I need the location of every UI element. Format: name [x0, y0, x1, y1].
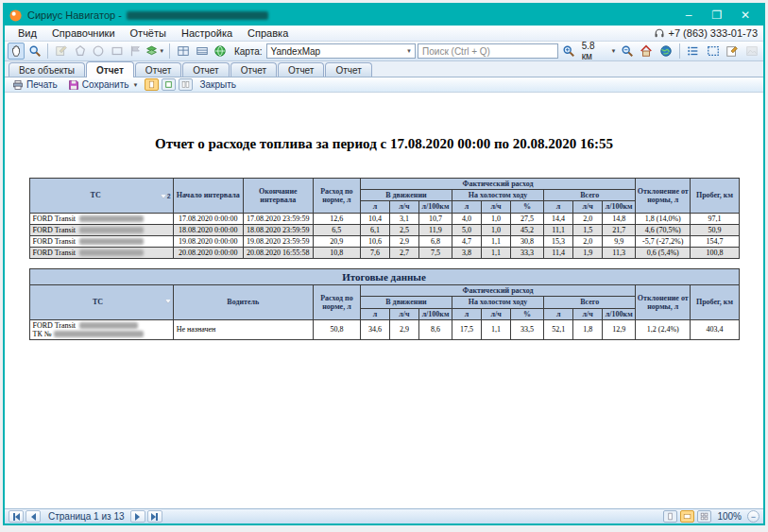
rectangle-tool-button[interactable]	[109, 43, 126, 60]
menu-nastroyka[interactable]: Настройка	[174, 26, 240, 40]
col-norm[interactable]: Расход по норме, л	[313, 285, 360, 320]
polygon-tool-button[interactable]	[72, 43, 89, 60]
col-vehicle[interactable]: ТС	[29, 285, 173, 320]
col-vehicle-label: ТС	[93, 298, 103, 306]
scale-value[interactable]: 5.8 км	[582, 41, 606, 61]
zoom-tool-button[interactable]	[26, 43, 43, 60]
redacted-plate	[79, 249, 144, 256]
grid-view-button[interactable]	[175, 43, 192, 60]
view-single-page-button[interactable]	[663, 510, 677, 523]
web-button[interactable]	[212, 43, 229, 60]
app-window: Сириус Навигатор - – ❐ ✕ Вид Справочники…	[3, 3, 765, 525]
title-bar: Сириус Навигатор - – ❐ ✕	[5, 5, 763, 26]
note-edit-icon	[725, 44, 739, 58]
col-deviation[interactable]: Отклонение от нормы, л	[636, 179, 691, 214]
support-phone-number: +7 (863) 333-01-73	[669, 27, 758, 39]
hand-icon	[9, 44, 23, 58]
chevron-down-icon: ▼	[132, 82, 138, 88]
map-select[interactable]: YandexMap ▼	[266, 43, 416, 59]
support-phone: +7 (863) 333-01-73	[654, 27, 758, 39]
cell: 50,8	[313, 319, 360, 339]
tab-report-1[interactable]: Отчет	[86, 61, 134, 77]
table-view-button[interactable]	[194, 43, 211, 60]
screenshot-button[interactable]	[742, 43, 760, 60]
menu-vid[interactable]: Вид	[10, 26, 44, 40]
window-title-text: Сириус Навигатор -	[27, 9, 122, 21]
col-interval-start[interactable]: Начало интервала	[173, 179, 243, 214]
tab-all-objects[interactable]: Все объекты	[9, 62, 85, 77]
layers-icon	[145, 44, 158, 58]
circle-tool-button[interactable]	[91, 43, 108, 60]
app-logo-icon	[9, 9, 23, 23]
toolbar-separator	[679, 43, 680, 59]
zoom-out-button[interactable]: −	[747, 510, 759, 523]
print-label: Печать	[26, 79, 58, 90]
zoom-scale-button[interactable]	[560, 43, 578, 60]
col-mileage[interactable]: Пробег, км	[691, 179, 739, 214]
unit-header: л/ч	[482, 308, 511, 319]
pan-tool-button[interactable]	[8, 43, 25, 60]
cell: 1,1	[482, 319, 511, 339]
col-interval-end[interactable]: Окончание интервала	[243, 179, 313, 214]
close-report-button[interactable]: Закрыть	[196, 78, 240, 92]
object-list-button[interactable]	[685, 43, 703, 60]
col-norm[interactable]: Расход по норме, л	[313, 179, 360, 214]
next-page-button[interactable]	[130, 510, 145, 523]
page-layout-button[interactable]	[145, 78, 159, 91]
page-width-button[interactable]	[162, 78, 176, 91]
driver-cell: Не назначен	[173, 319, 313, 339]
search-input[interactable]	[418, 43, 558, 59]
flag-tool-button[interactable]	[128, 43, 145, 60]
col-mileage[interactable]: Пробег, км	[691, 285, 739, 320]
tab-report-5[interactable]: Отчет	[278, 62, 324, 77]
unit-header: л/ч	[573, 201, 603, 213]
selection-frame-button[interactable]	[704, 43, 722, 60]
cell: 17.08.2020 23:59:59	[243, 213, 313, 224]
edit-note-button[interactable]	[724, 43, 742, 60]
layers-button[interactable]: ▼	[145, 43, 164, 60]
cell: 4,6 (70,5%)	[636, 224, 691, 235]
printer-icon	[12, 79, 24, 91]
prev-page-button[interactable]	[26, 510, 41, 523]
toolbar-separator	[169, 43, 170, 59]
cell: 1,0	[482, 224, 511, 235]
first-page-button[interactable]	[9, 510, 24, 523]
col-deviation[interactable]: Отклонение от нормы, л	[636, 285, 691, 320]
edit-track-button[interactable]	[53, 43, 70, 60]
tab-report-4[interactable]: Отчет	[230, 62, 277, 77]
vehicle-cell: FORD Transit ТК №	[29, 319, 173, 339]
tab-report-6[interactable]: Отчет	[325, 62, 371, 77]
home-button[interactable]	[638, 43, 656, 60]
maximize-button[interactable]: ❐	[703, 8, 731, 24]
cell: 33,3	[511, 247, 544, 258]
cell: 20.08.2020 0:00:00	[173, 247, 243, 258]
circle-icon	[92, 44, 105, 58]
map-globe-button[interactable]	[657, 43, 675, 60]
menu-spravka[interactable]: Справка	[240, 26, 296, 40]
zoom-level: 100%	[717, 511, 742, 522]
table-icon	[196, 44, 209, 58]
cell: 1,2 (2,4%)	[636, 319, 691, 339]
tab-report-3[interactable]: Отчет	[182, 62, 229, 77]
redacted-company-name	[127, 11, 268, 20]
fit-page-button[interactable]	[179, 78, 193, 91]
menu-otchety[interactable]: Отчёты	[123, 26, 174, 40]
minimize-button[interactable]: –	[674, 8, 703, 24]
col-driver[interactable]: Водитель	[173, 285, 313, 320]
print-button[interactable]: Печать	[9, 78, 61, 92]
menu-spravochniki[interactable]: Справочники	[44, 26, 123, 40]
save-button[interactable]: Сохранить ▼	[64, 78, 143, 92]
close-button[interactable]: ✕	[731, 8, 759, 24]
cell: 1,8	[573, 319, 603, 339]
toolbar-right-group: 5.8 км ▼	[560, 41, 760, 61]
view-fit-width-button[interactable]	[680, 510, 694, 523]
view-multi-page-button[interactable]	[697, 510, 711, 523]
col-vehicle[interactable]: 2 ТС	[29, 179, 173, 214]
last-page-button[interactable]	[147, 510, 162, 523]
zoom-out-map-button[interactable]	[618, 43, 636, 60]
totals-table: Итоговые данные ТС Водитель Расход по но…	[29, 268, 740, 340]
pencil-icon	[55, 44, 68, 58]
unit-header: л/ч	[573, 308, 603, 319]
cell: 1,1	[482, 235, 511, 247]
tab-report-2[interactable]: Отчет	[135, 62, 181, 77]
